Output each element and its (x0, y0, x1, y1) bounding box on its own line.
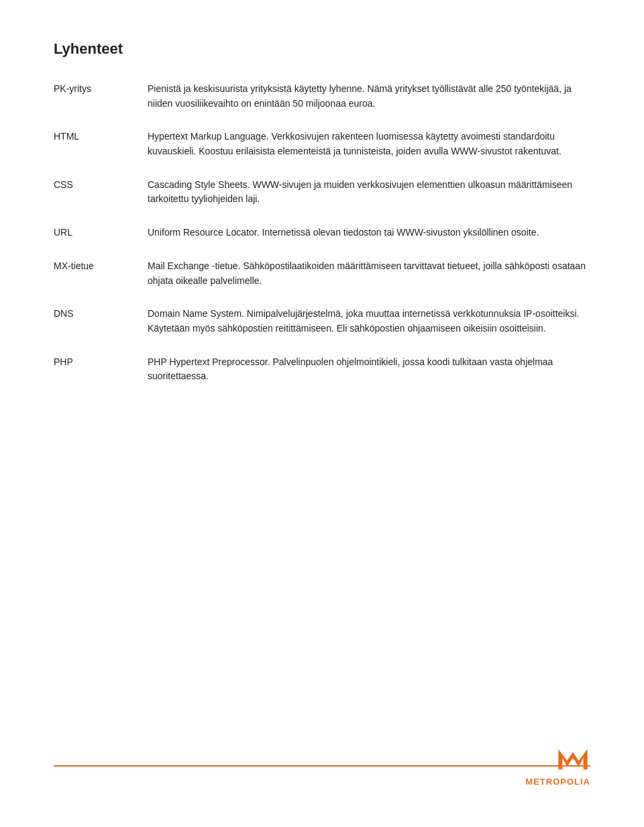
metropolia-logo: Metropolia (525, 740, 590, 787)
glossary-term: DNS (54, 307, 148, 354)
page: Lyhenteet PK-yritysPienistä ja keskisuur… (0, 0, 644, 827)
glossary-row: URLUniform Resource Locator. Internetiss… (54, 226, 590, 259)
glossary-term: URL (54, 226, 148, 259)
glossary-term: PK-yritys (54, 82, 148, 130)
glossary-definition: Uniform Resource Locator. Internetissä o… (148, 226, 590, 259)
glossary-definition: Cascading Style Sheets. WWW-sivujen ja m… (148, 178, 590, 226)
glossary-definition: PHP Hypertext Preprocessor. Palvelinpuol… (148, 355, 590, 403)
glossary-term: MX-tietue (54, 259, 148, 307)
glossary-row: DNSDomain Name System. Nimipalvelujärjes… (54, 307, 590, 354)
metropolia-logo-icon (555, 740, 590, 775)
glossary-definition: Mail Exchange -tietue. Sähköpostilaatiko… (148, 259, 590, 307)
glossary-row: PK-yritysPienistä ja keskisuurista yrity… (54, 82, 590, 130)
glossary-term: PHP (54, 355, 148, 403)
svg-marker-1 (558, 749, 587, 769)
bottom-bar: Metropolia (0, 740, 644, 787)
glossary-definition: Pienistä ja keskisuurista yrityksistä kä… (148, 82, 590, 130)
page-title: Lyhenteet (54, 40, 590, 58)
glossary-definition: Domain Name System. Nimipalvelujärjestel… (148, 307, 590, 354)
glossary-term: HTML (54, 130, 148, 177)
glossary-row: PHPPHP Hypertext Preprocessor. Palvelinp… (54, 355, 590, 403)
logo-container: Metropolia (525, 740, 590, 787)
glossary-row: CSSCascading Style Sheets. WWW-sivujen j… (54, 178, 590, 226)
glossary-row: MX-tietueMail Exchange -tietue. Sähköpos… (54, 259, 590, 307)
logo-text: Metropolia (525, 777, 590, 787)
glossary-row: HTMLHypertext Markup Language. Verkkosiv… (54, 130, 590, 177)
glossary-table: PK-yritysPienistä ja keskisuurista yrity… (54, 82, 590, 403)
glossary-definition: Hypertext Markup Language. Verkkosivujen… (148, 130, 590, 177)
glossary-term: CSS (54, 178, 148, 226)
